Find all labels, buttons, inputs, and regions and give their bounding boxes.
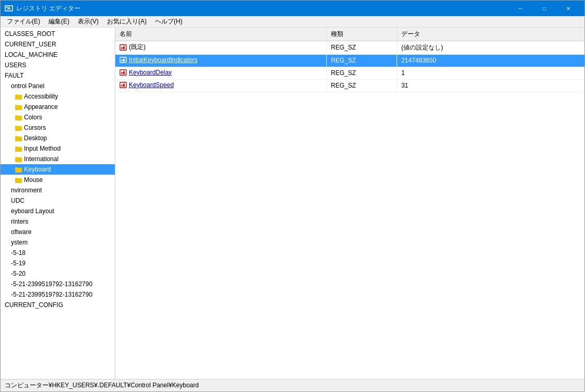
tree-item-label: eyboard Layout: [11, 206, 54, 216]
folder-icon: [15, 166, 22, 173]
registry-name-cell: ab KeyboardDelay: [115, 67, 327, 79]
col-header-type[interactable]: 種類: [327, 28, 397, 41]
registry-tree[interactable]: CLASSES_ROOTCURRENT_USERLOCAL_MACHINEUSE…: [1, 28, 115, 379]
tree-item[interactable]: CURRENT_CONFIG: [1, 300, 115, 310]
menu-item[interactable]: お気に入り(A): [103, 16, 151, 27]
tree-item[interactable]: CLASSES_ROOT: [1, 29, 115, 39]
folder-icon: [15, 93, 22, 100]
tree-item-label: -5-18: [11, 248, 26, 258]
svg-rect-9: [15, 106, 22, 109]
col-header-name[interactable]: 名前: [115, 28, 327, 41]
tree-item-label: Cursors: [24, 123, 46, 132]
svg-text:ab: ab: [121, 45, 125, 49]
svg-rect-6: [15, 95, 22, 99]
table-row[interactable]: ab (既定)REG_SZ(値の設定なし): [115, 41, 584, 55]
registry-data-cell: 1: [397, 67, 584, 79]
tree-item-label: ystem: [11, 238, 28, 247]
tree-item-label: Mouse: [24, 175, 43, 185]
tree-item-label: ontrol Panel: [11, 81, 44, 91]
registry-name-text: InitialKeyboardIndicators: [129, 56, 197, 64]
tree-item-label: -5-21-2399519792-13162790: [11, 290, 92, 299]
registry-value-icon: ab (既定): [120, 43, 146, 52]
svg-rect-30: [15, 179, 22, 182]
registry-name-text: KeyboardSpeed: [129, 81, 174, 89]
tree-item[interactable]: -5-20: [1, 268, 115, 279]
registry-value-icon: ab KeyboardSpeed: [120, 81, 174, 89]
tree-item-label: nvironment: [11, 186, 42, 195]
tree-item[interactable]: -5-18: [1, 248, 115, 258]
maximize-button[interactable]: □: [532, 1, 556, 16]
svg-rect-15: [15, 127, 22, 130]
tree-item[interactable]: FAULT: [1, 70, 115, 81]
registry-name-cell: ab (既定): [115, 41, 327, 55]
tree-item[interactable]: Colors: [1, 112, 115, 123]
tree-item[interactable]: Mouse: [1, 175, 115, 185]
table-row[interactable]: ab InitialKeyboardIndicatorsREG_SZ214748…: [115, 54, 584, 67]
tree-item[interactable]: rinters: [1, 216, 115, 227]
folder-icon: [15, 145, 22, 152]
registry-values-panel: 名前 種類 データ ab (既定)REG_SZ(値の設定なし) ab Initi…: [115, 28, 584, 379]
table-row[interactable]: ab KeyboardDelayREG_SZ1: [115, 67, 584, 79]
tree-item[interactable]: -5-21-2399519792-13162790: [1, 289, 115, 300]
svg-rect-1: [6, 7, 8, 8]
tree-item[interactable]: USERS: [1, 60, 115, 70]
registry-value-icon: ab InitialKeyboardIndicators: [120, 56, 197, 64]
tree-item-label: FAULT: [5, 71, 23, 80]
menu-item[interactable]: ファイル(E): [3, 16, 44, 27]
svg-text:ab: ab: [121, 83, 125, 87]
tree-item[interactable]: CURRENT_USER: [1, 39, 115, 50]
registry-value-icon: ab KeyboardDelay: [120, 69, 172, 76]
main-area: CLASSES_ROOTCURRENT_USERLOCAL_MACHINEUSE…: [1, 28, 584, 379]
tree-item-label: Appearance: [24, 102, 58, 112]
tree-item-label: Accessibility: [24, 92, 58, 101]
tree-item[interactable]: -5-21-2399519792-13162790: [1, 279, 115, 289]
tree-item[interactable]: LOCAL_MACHINE: [1, 50, 115, 60]
tree-item-label: -5-20: [11, 269, 26, 278]
tree-item[interactable]: Input Method: [1, 143, 115, 154]
tree-item-label: Keyboard: [24, 165, 51, 174]
menubar: ファイル(E)編集(E)表示(V)お気に入り(A)ヘルプ(H): [1, 16, 584, 28]
tree-item-label: Input Method: [24, 144, 61, 153]
tree-item[interactable]: nvironment: [1, 185, 115, 195]
registry-name-text: KeyboardDelay: [129, 69, 172, 76]
registry-type-cell: REG_SZ: [327, 67, 397, 79]
app-icon: [5, 4, 13, 13]
tree-item-label: CURRENT_CONFIG: [5, 300, 63, 310]
svg-rect-21: [15, 148, 22, 151]
tree-item-label: USERS: [5, 60, 26, 70]
window-controls: ─ □ ✕: [508, 1, 580, 16]
tree-item[interactable]: ystem: [1, 237, 115, 248]
tree-item-label: CLASSES_ROOT: [5, 29, 55, 39]
tree-item[interactable]: Cursors: [1, 123, 115, 133]
reg-type-icon: ab: [120, 56, 127, 64]
tree-item-label: UDC: [11, 196, 25, 205]
tree-item[interactable]: Keyboard: [1, 164, 115, 175]
close-button[interactable]: ✕: [556, 1, 580, 16]
minimize-button[interactable]: ─: [508, 1, 532, 16]
folder-icon: [15, 124, 22, 131]
table-row[interactable]: ab KeyboardSpeedREG_SZ31: [115, 79, 584, 92]
tree-item[interactable]: Appearance: [1, 102, 115, 112]
tree-item[interactable]: -5-19: [1, 258, 115, 268]
svg-rect-27: [15, 168, 22, 172]
tree-item-label: CURRENT_USER: [5, 40, 56, 49]
menu-item[interactable]: 表示(V): [74, 16, 103, 27]
menu-item[interactable]: 編集(E): [44, 16, 74, 27]
tree-item[interactable]: oftware: [1, 227, 115, 237]
svg-rect-3: [7, 8, 10, 9]
tree-item[interactable]: Accessibility: [1, 91, 115, 102]
registry-data-cell: 2147483650: [397, 54, 584, 67]
registry-type-cell: REG_SZ: [327, 41, 397, 55]
tree-item[interactable]: International: [1, 154, 115, 164]
reg-type-icon: ab: [120, 69, 127, 76]
folder-icon: [15, 134, 22, 142]
menu-item[interactable]: ヘルプ(H): [151, 16, 187, 27]
tree-item[interactable]: eyboard Layout: [1, 206, 115, 216]
tree-item[interactable]: Desktop: [1, 133, 115, 143]
tree-item[interactable]: ontrol Panel: [1, 81, 115, 91]
svg-rect-18: [15, 137, 22, 141]
tree-item-label: LOCAL_MACHINE: [5, 50, 57, 59]
tree-item[interactable]: UDC: [1, 195, 115, 206]
reg-type-icon: ab: [120, 44, 127, 51]
col-header-data[interactable]: データ: [397, 28, 584, 41]
